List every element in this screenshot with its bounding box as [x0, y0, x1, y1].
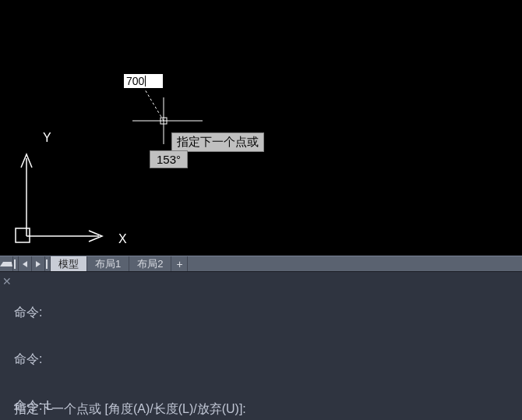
- command-panel: ✕ 命令: 命令: 命令: L LINE 指定第一个点: 指定下一个点或 [角度…: [0, 271, 522, 420]
- tab-add-button[interactable]: +: [171, 256, 188, 272]
- dynamic-angle-display: 153°: [150, 150, 188, 168]
- dynamic-length-value: 700: [126, 75, 144, 87]
- dynamic-prompt-tooltip: 指定下一个点或: [171, 132, 264, 152]
- tab-model[interactable]: 模型: [51, 256, 87, 272]
- tab-label: 布局2: [137, 257, 163, 271]
- command-close-button[interactable]: ✕: [2, 275, 12, 288]
- command-history: 命令: 命令: 命令: L LINE 指定第一个点:: [14, 274, 517, 420]
- dynamic-length-input[interactable]: 700: [123, 73, 164, 89]
- tab-expand-button[interactable]: [0, 256, 13, 272]
- ucs-x-label: X: [118, 232, 127, 246]
- ucs-icon: [11, 131, 128, 248]
- command-input[interactable]: 指定下一个点或 [角度(A)/长度(L)/放弃(U)]:: [14, 401, 517, 417]
- tab-label: 布局1: [95, 257, 121, 271]
- command-prompt-text: 指定下一个点或 [角度(A)/长度(L)/放弃(U)]:: [14, 402, 246, 415]
- tab-last-button[interactable]: [45, 256, 51, 272]
- chevron-right-icon: [36, 261, 41, 267]
- plus-icon: +: [176, 258, 182, 270]
- layout-tab-bar: 模型 布局1 布局2 +: [0, 256, 522, 272]
- text-cursor: [145, 76, 146, 86]
- tab-layout1[interactable]: 布局1: [87, 256, 129, 272]
- tab-prev-button[interactable]: [19, 256, 32, 272]
- svg-rect-2: [16, 228, 30, 242]
- drawing-viewport[interactable]: Y X 700 指定下一个点或 153°: [0, 0, 522, 256]
- command-history-line: 命令:: [14, 351, 517, 367]
- chevron-left-icon: [23, 261, 27, 267]
- command-history-line: 命令:: [14, 305, 517, 320]
- tab-first-button[interactable]: [13, 256, 19, 272]
- tab-label: 模型: [58, 257, 79, 271]
- ucs-y-label: Y: [43, 131, 51, 145]
- tab-layout2[interactable]: 布局2: [129, 256, 171, 272]
- chevron-up-icon: [0, 262, 12, 266]
- tab-next-button[interactable]: [32, 256, 45, 272]
